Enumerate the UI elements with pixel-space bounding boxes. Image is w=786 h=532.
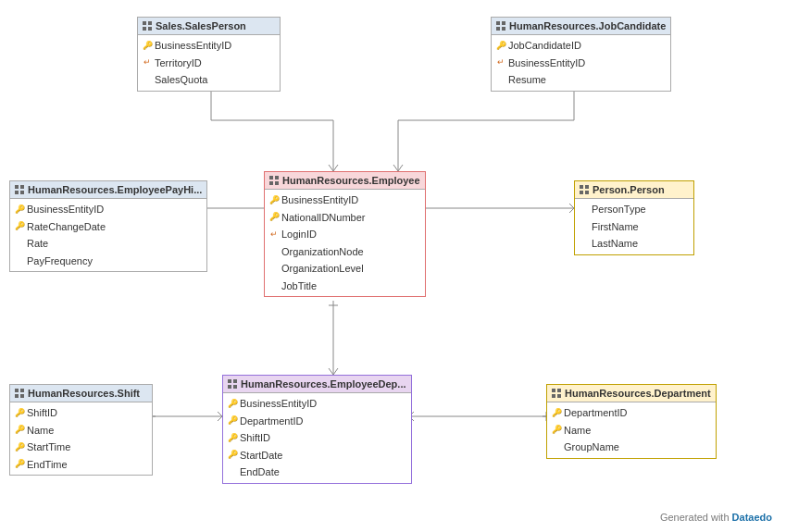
- field-name: BusinessEntityID: [240, 396, 317, 412]
- table-name-employeeDepart: HumanResources.EmployeeDep...: [241, 378, 406, 390]
- table-header-personPerson: Person.Person: [575, 181, 693, 199]
- empty-icon: [269, 264, 279, 273]
- field-name: EndTime: [27, 457, 68, 473]
- field-name: JobCandidateID: [508, 38, 581, 54]
- field-name: DepartmentID: [240, 414, 303, 429]
- table-row: 🔑 NationalIDNumber: [265, 209, 425, 227]
- table-header-employee: HumanResources.Employee: [265, 172, 425, 190]
- svg-rect-60: [20, 389, 24, 392]
- fk-icon: ↵: [496, 58, 505, 68]
- table-header-salesPerson: Sales.SalesPerson: [138, 18, 280, 35]
- svg-line-11: [398, 165, 403, 171]
- table-row: 🔑 BusinessEntityID: [223, 395, 411, 413]
- pk-icon: 🔑: [228, 451, 237, 460]
- table-name-shift: HumanResources.Shift: [28, 388, 140, 399]
- pk-icon: 🔑: [228, 433, 237, 442]
- svg-line-4: [333, 165, 338, 171]
- empty-icon: [580, 222, 589, 231]
- field-name: TerritoryID: [155, 56, 202, 71]
- field-name: Name: [564, 423, 591, 439]
- table-row: ↵ TerritoryID: [138, 55, 280, 72]
- field-name: Resume: [508, 72, 546, 88]
- table-row: Resume: [492, 71, 670, 89]
- grid-icon-salesPerson: [143, 21, 152, 31]
- svg-rect-66: [233, 385, 237, 389]
- grid-icon-department: [552, 389, 561, 398]
- fk-icon: ↵: [269, 229, 279, 239]
- table-employee: HumanResources.Employee 🔑 BusinessEntity…: [264, 171, 426, 297]
- table-salesPerson: Sales.SalesPerson 🔑 BusinessEntityID ↵ T…: [137, 17, 281, 92]
- field-name: EndDate: [240, 464, 280, 480]
- field-name: SalesQuota: [155, 72, 207, 88]
- table-row: 🔑 DepartmentID: [547, 404, 716, 422]
- field-name: DepartmentID: [564, 405, 627, 421]
- svg-rect-54: [275, 181, 279, 185]
- table-row: JobTitle: [265, 278, 425, 295]
- svg-rect-69: [552, 394, 555, 398]
- table-header-shift: HumanResources.Shift: [10, 385, 152, 402]
- svg-rect-57: [580, 191, 583, 194]
- svg-rect-52: [275, 176, 279, 179]
- pk-icon: 🔑: [15, 204, 24, 214]
- field-name: Name: [27, 423, 54, 439]
- svg-rect-46: [502, 27, 505, 31]
- field-name: FirstName: [592, 219, 639, 235]
- empty-icon: [143, 75, 152, 84]
- table-row: 🔑 StartDate: [223, 447, 411, 464]
- field-name: LoginID: [281, 227, 317, 242]
- pk-icon: 🔑: [269, 195, 279, 204]
- svg-rect-62: [20, 394, 24, 398]
- svg-rect-41: [143, 27, 146, 31]
- table-employeePayHi: HumanResources.EmployeePayHi... 🔑 Busine…: [9, 180, 207, 272]
- empty-icon: [269, 281, 279, 291]
- pk-icon: 🔑: [552, 426, 561, 435]
- svg-rect-61: [15, 394, 19, 398]
- table-department: HumanResources.Department 🔑 DepartmentID…: [546, 384, 717, 459]
- pk-icon: 🔑: [228, 416, 237, 426]
- svg-rect-68: [557, 389, 561, 392]
- empty-icon: [580, 239, 589, 248]
- table-row: 🔑 Name: [10, 422, 152, 439]
- field-name: NationalIDNumber: [281, 210, 365, 226]
- svg-line-3: [329, 165, 333, 171]
- table-body-employeeDepart: 🔑 BusinessEntityID 🔑 DepartmentID 🔑 Shif…: [223, 393, 411, 483]
- pk-icon: 🔑: [15, 222, 24, 231]
- table-row: GroupName: [547, 439, 716, 456]
- table-name-salesPerson: Sales.SalesPerson: [156, 20, 246, 31]
- field-name: Rate: [27, 236, 48, 252]
- grid-icon-jobCandidate: [496, 21, 505, 31]
- svg-rect-40: [148, 21, 152, 25]
- svg-rect-44: [502, 21, 505, 25]
- table-row: 🔑 DepartmentID: [223, 413, 411, 430]
- empty-icon: [552, 442, 561, 452]
- table-row: 🔑 BusinessEntityID: [10, 201, 206, 218]
- table-personPerson: Person.Person PersonType FirstName LastN…: [574, 180, 694, 255]
- svg-line-10: [393, 165, 398, 171]
- pk-icon: 🔑: [15, 408, 24, 417]
- table-name-jobCandidate: HumanResources.JobCandidate: [509, 20, 666, 31]
- table-row: 🔑 RateChangeDate: [10, 218, 206, 236]
- field-name: BusinessEntityID: [155, 38, 231, 54]
- pk-icon: 🔑: [552, 408, 561, 417]
- field-name: StartDate: [240, 448, 282, 464]
- svg-rect-56: [585, 185, 589, 189]
- empty-icon: [228, 467, 237, 476]
- table-row: Rate: [10, 235, 206, 253]
- table-row: EndDate: [223, 464, 411, 481]
- table-row: 🔑 EndTime: [10, 456, 152, 474]
- empty-icon: [269, 247, 279, 256]
- grid-icon-shift: [15, 389, 24, 398]
- field-name: PersonType: [592, 202, 646, 217]
- field-name: BusinessEntityID: [281, 192, 358, 208]
- pk-icon: 🔑: [269, 213, 279, 222]
- table-shift: HumanResources.Shift 🔑 ShiftID 🔑 Name 🔑 …: [9, 384, 153, 476]
- svg-line-26: [333, 368, 338, 375]
- table-row: FirstName: [575, 218, 693, 236]
- pk-icon: 🔑: [496, 41, 505, 50]
- pk-icon: 🔑: [15, 426, 24, 435]
- field-name: BusinessEntityID: [508, 56, 585, 71]
- table-header-department: HumanResources.Department: [547, 385, 716, 402]
- table-row: 🔑 BusinessEntityID: [138, 37, 280, 55]
- table-name-employee: HumanResources.Employee: [282, 175, 420, 186]
- table-body-jobCandidate: 🔑 JobCandidateID ↵ BusinessEntityID Resu…: [492, 35, 670, 91]
